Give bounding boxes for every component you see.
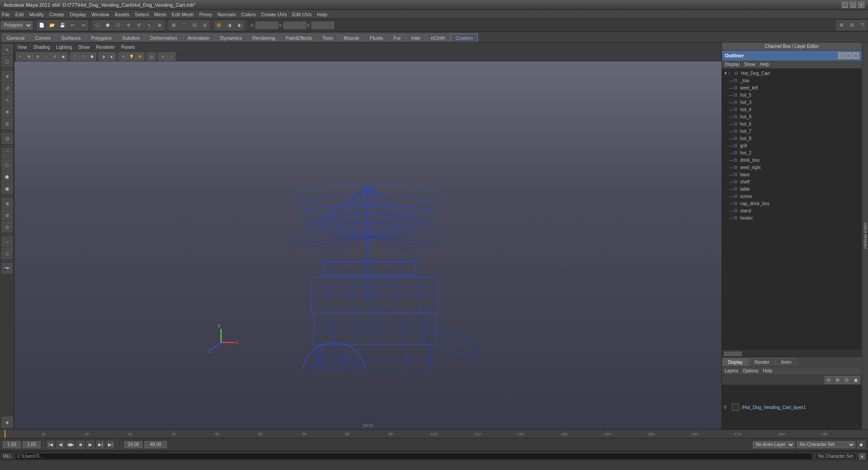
viewport-menu-renderer[interactable]: Renderer [96, 45, 115, 50]
lt-camera-tool[interactable]: 📷 [2, 263, 13, 274]
menu-select[interactable]: Select [135, 12, 149, 17]
tb-open[interactable]: 📂 [47, 20, 57, 30]
timeline-ruler[interactable]: 1 10 20 30 40 50 60 70 80 90 100 110 120 [0, 430, 868, 438]
layer-icon-4[interactable]: ▣ [852, 376, 860, 384]
tab-painteffects[interactable]: PaintEffects [281, 33, 317, 42]
vt-safe-frame[interactable]: ⊡ [51, 52, 59, 61]
vt-light1[interactable]: ☀ [119, 52, 127, 61]
menu-edit-mesh[interactable]: Edit Mesh [172, 12, 194, 17]
menu-edit-uvs[interactable]: Edit UVs [292, 12, 312, 17]
vt-xray[interactable]: X [159, 52, 167, 61]
lt-scale-tool[interactable]: ⤡ [2, 94, 13, 105]
mel-command-input[interactable] [15, 453, 812, 460]
vt-smooth[interactable]: ⬠ [79, 52, 87, 61]
layer-visibility-toggle[interactable] [732, 404, 739, 411]
vt-grid[interactable]: ⊟ [33, 52, 42, 61]
tb-paint[interactable]: ⬠ [113, 20, 123, 30]
tb-snap-view[interactable]: ◎ [200, 20, 210, 30]
anim-step-back[interactable]: ◀ [57, 441, 65, 449]
tab-surfaces[interactable]: Surfaces [56, 33, 85, 42]
anim-key-btn[interactable]: ◆ [857, 441, 865, 449]
lt-sculpt-tool[interactable]: ▣ [2, 183, 13, 194]
coord-x-input[interactable] [255, 22, 278, 29]
menu-assets[interactable]: Assets [114, 12, 129, 17]
viewport-menu-lighting[interactable]: Lighting [56, 45, 72, 50]
tb-universal[interactable]: ⊕ [155, 20, 165, 30]
lt-universal-tool[interactable]: ⊕ [2, 106, 13, 117]
tab-polygons[interactable]: Polygons [86, 33, 116, 42]
menu-file[interactable]: File [2, 12, 10, 17]
menu-window[interactable]: Window [91, 12, 109, 17]
anim-prev-key[interactable]: |◀ [47, 441, 55, 449]
tree-item-stand[interactable]: — ⊡ stand [722, 207, 862, 214]
menu-proxy[interactable]: Proxy [199, 12, 212, 17]
minimize-button[interactable]: _ [842, 2, 848, 8]
tb-help2[interactable]: ? [857, 20, 867, 30]
anim-next-key[interactable]: ▶| [106, 441, 114, 449]
vt-wireframe[interactable]: ⬡ [71, 52, 79, 61]
tab-muscle[interactable]: Muscle [339, 33, 364, 42]
tb-move[interactable]: ✛ [123, 20, 133, 30]
mode-selector[interactable]: Polygons [1, 21, 33, 29]
layer-menu-layers[interactable]: Layers [725, 368, 738, 373]
tree-item-weel-right[interactable]: — ⊡ weel_right [722, 164, 862, 171]
outliner-menu-display[interactable]: Display [725, 62, 740, 67]
menu-display[interactable]: Display [70, 12, 86, 17]
tb-render1[interactable]: 🔆 [214, 20, 224, 30]
coord-z-input[interactable] [311, 22, 334, 29]
vt-ambient-occlusion[interactable]: ◑ [99, 52, 107, 61]
maximize-button[interactable]: □ [850, 2, 856, 8]
tree-item-hot9[interactable]: — ⊡ hot_9 [722, 113, 862, 120]
vt-joint-xray[interactable]: J [167, 52, 175, 61]
tree-item-low[interactable]: — ⊡ _low [722, 77, 862, 84]
layer-menu-options[interactable]: Options [743, 368, 758, 373]
lt-show-manip[interactable]: ⊡ [2, 133, 13, 144]
viewport-menu-view[interactable]: View [17, 45, 27, 50]
current-frame-field[interactable] [23, 441, 41, 448]
tree-item-hot6[interactable]: — ⊡ hot_6 [722, 120, 862, 127]
vt-film-gate[interactable]: ▣ [59, 52, 67, 61]
outliner-win-controls[interactable]: _ □ × [838, 52, 859, 59]
lt-render-region[interactable]: ◈ [2, 417, 13, 428]
tree-item-weel-left[interactable]: — ⊡ weel_left [722, 84, 862, 91]
outliner-menu-show[interactable]: Show [744, 62, 755, 67]
lt-soft-tool[interactable]: ◎ [2, 118, 13, 129]
window-controls[interactable]: _ □ × [842, 2, 864, 8]
tb-undo[interactable]: ↩ [68, 20, 78, 30]
viewport-menu-show[interactable]: Show [78, 45, 90, 50]
outliner-close[interactable]: × [853, 52, 859, 59]
tb-new[interactable]: 📄 [37, 20, 47, 30]
tb-snap-grid[interactable]: ⊞ [169, 20, 179, 30]
lt-bend-tool[interactable]: ⌣ [2, 236, 13, 247]
layer-tab-anim[interactable]: Anim [775, 358, 797, 366]
menu-mesh[interactable]: Mesh [154, 12, 166, 17]
viewport-menu-shading[interactable]: Shading [33, 45, 50, 50]
menu-normals[interactable]: Normals [217, 12, 236, 17]
vt-light2[interactable]: 💡 [127, 52, 136, 61]
anim-play-fwd[interactable]: ▶ [86, 441, 94, 449]
tab-custom[interactable]: Custom [451, 33, 478, 42]
scrollbar-thumb[interactable] [724, 352, 742, 356]
tb-select[interactable]: ⬡ [92, 20, 102, 30]
tree-item-cap-drink-box[interactable]: — ⊡ cap_drink_box [722, 200, 862, 207]
tb-settings[interactable]: ⚙ [836, 20, 846, 30]
tree-item-drink-box[interactable]: — ⊡ drink_box [722, 156, 862, 164]
vt-light3[interactable]: 🔆 [136, 52, 144, 61]
menu-create-uvs[interactable]: Create UVs [261, 12, 287, 17]
anim-stop[interactable]: ■ [76, 441, 85, 449]
tb-redo[interactable]: ↪ [78, 20, 88, 30]
menu-help[interactable]: Help [317, 12, 327, 17]
frame-end1[interactable] [144, 441, 167, 448]
outliner-tree[interactable]: ▼ □ ⊡ Hot_Dog_Cart — ⊡ _low — ⊡ [722, 69, 862, 350]
coord-y-input[interactable] [283, 22, 306, 29]
viewport-menu-panels[interactable]: Panels [121, 45, 135, 50]
menu-colors[interactable]: Colors [241, 12, 256, 17]
tb-panels[interactable]: ⊟ [847, 20, 857, 30]
lt-poly-tool[interactable]: ⬟ [2, 171, 13, 182]
anim-step-fwd[interactable]: ▶| [96, 441, 104, 449]
vt-anti-alias[interactable]: ◐ [108, 52, 116, 61]
layer-icon-3[interactable]: ⊡ [843, 376, 851, 384]
menu-create[interactable]: Create [49, 12, 64, 17]
tree-item-hot7[interactable]: — ⊡ hot_7 [722, 127, 862, 135]
range-start-field[interactable] [3, 441, 21, 448]
